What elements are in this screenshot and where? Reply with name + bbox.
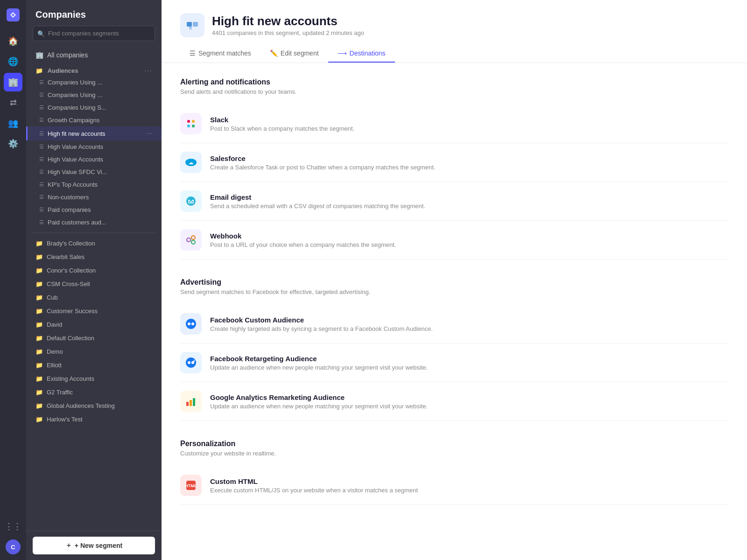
section-personalization: Personalization Customize your website i…: [180, 440, 728, 505]
sidebar-item-label: High fit new accounts: [48, 130, 106, 137]
sidebar-item-label: High Value Accounts: [48, 143, 103, 150]
dest-card-slack[interactable]: Slack Post to Slack when a company match…: [180, 105, 728, 143]
nav-connections[interactable]: ⇄: [4, 93, 22, 112]
segment-list-icon: ☰: [39, 117, 44, 123]
collection-item-cub[interactable]: 📁 Cub: [26, 291, 162, 304]
svg-point-12: [191, 236, 195, 239]
collection-item-demo[interactable]: 📁 Demo: [26, 345, 162, 358]
sidebar-item-seg7[interactable]: ☰ High Value Accounts: [26, 153, 162, 166]
section-title-advertising: Advertising: [180, 278, 728, 287]
dest-icon-fb-retarget: [180, 352, 202, 373]
sidebar-item-label: Non-customers: [48, 194, 89, 201]
folder-icon: 📁: [35, 253, 43, 260]
segment-list-icon: ☰: [39, 92, 44, 98]
all-companies-link[interactable]: 🏢 All companies: [26, 48, 162, 63]
dest-info-webhook: Webhook Post to a URL of your choice whe…: [210, 232, 396, 248]
sidebar-item-seg12[interactable]: ☰ Paid customers aud...: [26, 216, 162, 229]
dest-icon-salesforce: ☁: [180, 152, 202, 173]
collection-item-clearbit-sales[interactable]: 📁 Clearbit Sales: [26, 250, 162, 264]
svg-rect-7: [187, 125, 190, 127]
folder-icon: 📁: [35, 267, 43, 274]
svg-point-15: [188, 322, 190, 325]
svg-point-16: [191, 322, 194, 325]
sidebar-item-seg11[interactable]: ☰ Paid companies: [26, 203, 162, 216]
collection-item-default-collection[interactable]: 📁 Default Collection: [26, 331, 162, 345]
collection-item-existing-accounts[interactable]: 📁 Existing Accounts: [26, 372, 162, 385]
svg-rect-3: [189, 27, 192, 29]
sidebar-item-seg2[interactable]: ☰ Companies Using ...: [26, 89, 162, 101]
svg-rect-20: [186, 402, 189, 406]
dest-card-webhook[interactable]: Webhook Post to a URL of your choice whe…: [180, 221, 728, 259]
section-advertising: Advertising Send segment matches to Face…: [180, 278, 728, 421]
audiences-options[interactable]: ···: [144, 67, 152, 74]
folder-icon: 📁: [35, 362, 43, 369]
sidebar-item-seg4[interactable]: ☰ Growth Campaigns: [26, 114, 162, 126]
dest-card-custom-html[interactable]: HTML Custom HTML Execute custom HTML/JS …: [180, 466, 728, 505]
tab-segment-matches[interactable]: ☰ Segment matches: [180, 45, 261, 63]
nav-grid[interactable]: ⋮⋮: [4, 517, 22, 536]
section-alerting: Alerting and notifications Send alerts a…: [180, 78, 728, 259]
segment-options-dots[interactable]: ···: [146, 129, 152, 138]
nav-companies[interactable]: 🏢: [4, 73, 22, 91]
user-avatar[interactable]: C: [6, 539, 21, 554]
main-header: High fit new accounts 4401 companies in …: [162, 0, 747, 63]
dest-info-google: Google Analytics Remarketing Audience Up…: [210, 393, 428, 410]
collection-item-elliott[interactable]: 📁 Elliott: [26, 358, 162, 372]
collection-item-g2-traffic[interactable]: 📁 G2 Traffic: [26, 385, 162, 399]
collection-item-conor's-collection[interactable]: 📁 Conor's Collection: [26, 264, 162, 277]
nav-settings[interactable]: ⚙️: [4, 134, 22, 153]
svg-rect-22: [193, 398, 195, 406]
sidebar-item-seg10[interactable]: ☰ Non-customers: [26, 191, 162, 203]
dest-name-fb-retarget: Facebook Retargeting Audience: [210, 355, 428, 363]
segment-list-icon: ☰: [39, 105, 44, 111]
nav-audiences[interactable]: 👥: [4, 114, 22, 133]
collection-item-harlow's-test[interactable]: 📁 Harlow's Test: [26, 413, 162, 426]
destinations-icon: ⟶: [338, 49, 347, 57]
dest-desc-slack: Post to Slack when a company matches the…: [210, 125, 354, 132]
sidebar-item-seg3[interactable]: ☰ Companies Using S...: [26, 101, 162, 114]
dest-card-email[interactable]: Email digest Send a scheduled email with…: [180, 182, 728, 221]
collection-label: David: [47, 321, 62, 328]
section-title-personalization: Personalization: [180, 440, 728, 448]
sidebar-title: Companies: [26, 0, 162, 26]
collection-item-brady's-collection[interactable]: 📁 Brady's Collection: [26, 237, 162, 250]
svg-point-10: [186, 196, 196, 206]
dest-card-fb-custom[interactable]: Facebook Custom Audience Create highly t…: [180, 305, 728, 343]
collection-label: Clearbit Sales: [47, 253, 85, 260]
sidebar-item-label: Growth Campaigns: [48, 117, 99, 124]
sidebar-item-label: High Value SFDC Vi...: [48, 168, 107, 175]
sidebar-divider: [33, 232, 155, 233]
collection-item-customer-success[interactable]: 📁 Customer Success: [26, 304, 162, 318]
collection-item-david[interactable]: 📁 David: [26, 318, 162, 331]
sidebar-item-seg6[interactable]: ☰ High Value Accounts: [26, 140, 162, 153]
sidebar-search-container: 🔍: [33, 26, 155, 41]
icon-bar: 🏠 🌐 🏢 ⇄ 👥 ⚙️ ⋮⋮ C: [0, 0, 26, 560]
folder-icon: 📁: [35, 240, 43, 247]
tab-destinations[interactable]: ⟶ Destinations: [328, 45, 395, 63]
new-segment-button[interactable]: ＋ + New segment: [33, 537, 155, 554]
collection-item-global-audiences-testing[interactable]: 📁 Global Audiences Testing: [26, 399, 162, 413]
dest-card-salesforce[interactable]: ☁ Salesforce Create a Salesforce Task or…: [180, 143, 728, 182]
collection-item-csm-cross-sell[interactable]: 📁 CSM Cross-Sell: [26, 277, 162, 291]
dest-name-salesforce: Salesforce: [210, 154, 435, 162]
sidebar-item-seg9[interactable]: ☰ KP's Top Accounts: [26, 178, 162, 191]
nav-globe[interactable]: 🌐: [4, 52, 22, 71]
sidebar-item-seg1[interactable]: ☰ Companies Using ...: [26, 76, 162, 89]
collection-label: CSM Cross-Sell: [47, 280, 90, 287]
sidebar-scroll: 📁 Audiences ··· ☰ Companies Using ... ☰ …: [26, 63, 162, 503]
nav-home[interactable]: 🏠: [4, 32, 22, 50]
sidebar-item-label: Paid customers aud...: [48, 219, 106, 226]
segment-list-icon: ☰: [39, 182, 44, 188]
dest-card-google[interactable]: Google Analytics Remarketing Audience Up…: [180, 382, 728, 421]
sidebar-item-label: Companies Using ...: [48, 79, 102, 86]
sidebar-item-seg5[interactable]: ☰ High fit new accounts ···: [26, 126, 162, 140]
collection-label: Existing Accounts: [47, 375, 94, 382]
sidebar-item-label: High Value Accounts: [48, 156, 103, 163]
sidebar-item-seg8[interactable]: ☰ High Value SFDC Vi...: [26, 166, 162, 178]
tab-edit-segment[interactable]: ✏️ Edit segment: [261, 45, 328, 63]
search-input[interactable]: [33, 26, 155, 41]
collection-label: Harlow's Test: [47, 416, 83, 423]
building-icon: 🏢: [35, 51, 43, 59]
dest-card-fb-retarget[interactable]: Facebook Retargeting Audience Update an …: [180, 343, 728, 382]
app-logo[interactable]: [4, 6, 22, 24]
